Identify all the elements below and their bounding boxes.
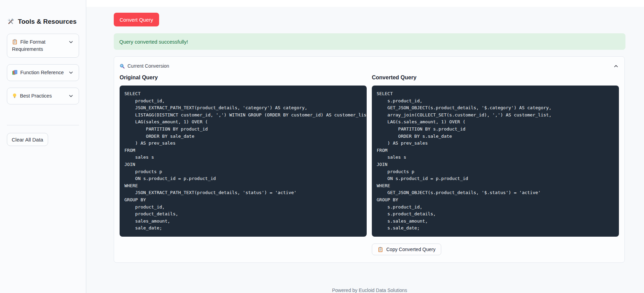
expander-label: Function Reference — [20, 70, 64, 75]
clipboard-icon — [12, 39, 18, 45]
converted-query-heading: Converted Query — [372, 75, 619, 81]
original-query-code-block: SELECT product_id, JSON_EXTRACT_PATH_TEX… — [120, 86, 367, 237]
copy-converted-query-button[interactable]: Copy Converted Query — [372, 244, 441, 255]
converted-query-column: Converted Query SELECT s.product_id, GET… — [372, 75, 619, 255]
tools-icon — [7, 18, 14, 25]
sidebar-divider — [7, 125, 79, 125]
footer-text: Powered by Eucloid Data Solutions — [114, 288, 625, 293]
current-conversion-title: Current Conversion — [127, 63, 169, 69]
chevron-down-icon — [68, 70, 74, 76]
converted-query-code: SELECT s.product_id, GET_JSON_OBJECT(s.p… — [377, 90, 614, 232]
expander-file-format-requirements[interactable]: File Format Requirements — [7, 34, 79, 58]
books-icon — [12, 70, 18, 75]
expander-best-practices[interactable]: Best Practices — [7, 88, 79, 104]
main-area: Convert Query Query converted successful… — [86, 0, 644, 293]
chevron-down-icon — [68, 39, 74, 45]
converted-query-code-block: SELECT s.product_id, GET_JSON_OBJECT(s.p… — [372, 86, 619, 237]
chevron-down-icon — [68, 93, 74, 99]
expander-label: Best Practices — [20, 93, 52, 99]
magnifier-icon — [120, 64, 125, 69]
original-query-heading: Original Query — [120, 75, 367, 81]
success-alert: Query converted successfully! — [114, 33, 625, 50]
app-header-strip — [86, 0, 644, 7]
sidebar-title: Tools & Resources — [7, 18, 79, 25]
copy-button-label: Copy Converted Query — [386, 247, 435, 252]
sidebar: Tools & Resources File Format Requiremen… — [0, 0, 86, 293]
clipboard-icon — [378, 247, 383, 252]
convert-query-button[interactable]: Convert Query — [114, 13, 159, 26]
expander-function-reference[interactable]: Function Reference — [7, 64, 79, 81]
sidebar-title-label: Tools & Resources — [18, 18, 77, 25]
main-content: Convert Query Query converted successful… — [86, 7, 625, 293]
success-message: Query converted successfully! — [119, 39, 188, 45]
original-query-column: Original Query SELECT product_id, JSON_E… — [120, 75, 367, 255]
clear-all-data-button[interactable]: Clear All Data — [7, 133, 48, 146]
lightbulb-icon — [12, 93, 17, 99]
original-query-code: SELECT product_id, JSON_EXTRACT_PATH_TEX… — [124, 90, 362, 232]
current-conversion-header[interactable]: Current Conversion — [120, 62, 619, 70]
current-conversion-panel: Current Conversion Original Query SELECT… — [114, 56, 625, 263]
query-columns: Original Query SELECT product_id, JSON_E… — [120, 75, 619, 255]
chevron-up-icon[interactable] — [613, 63, 619, 69]
